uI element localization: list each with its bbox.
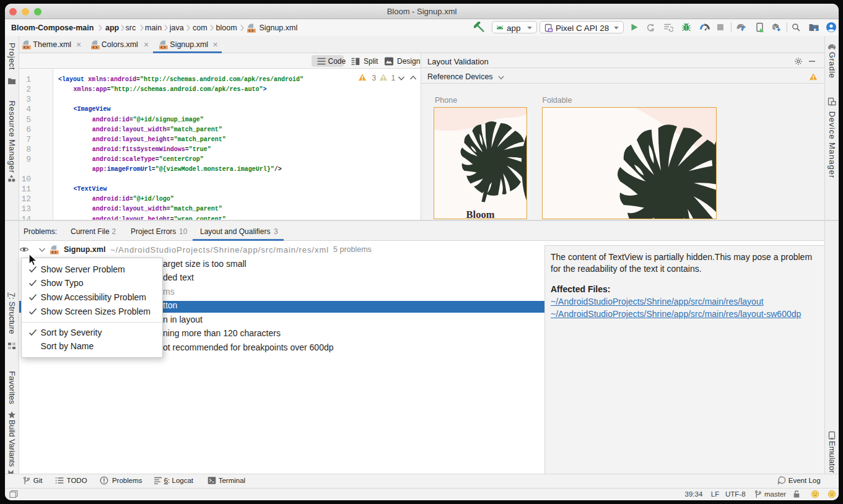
svg-text:A: A — [650, 28, 653, 32]
